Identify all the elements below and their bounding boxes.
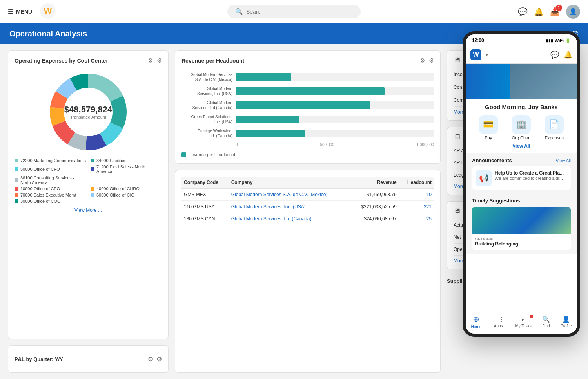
- cell-headcount[interactable]: 221: [399, 201, 434, 213]
- mobile-nav-apps[interactable]: ⋮⋮ Apps: [492, 316, 505, 328]
- battery-icon: 🔋: [565, 38, 571, 43]
- timely-content: OPTIONAL Building Belonging: [472, 234, 571, 250]
- announcements-section: Announcements View All 📢 Help Us to Crea…: [466, 153, 577, 194]
- search-input[interactable]: [246, 9, 348, 15]
- message-icon[interactable]: 💬: [518, 7, 528, 16]
- announcements-view-all[interactable]: View All: [556, 158, 571, 163]
- bar-legend-dot: [181, 152, 186, 157]
- mobile-bottom-nav: ⊕ Home ⋮⋮ Apps ✓ My Tasks 🔍 Find 👤 Profi…: [466, 311, 577, 334]
- mobile-app-expand-icon[interactable]: ▼: [485, 52, 489, 58]
- mobile-bell-icon[interactable]: 🔔: [564, 51, 572, 59]
- filter-icon[interactable]: ⚙: [148, 57, 153, 64]
- inbox-icon[interactable]: 📥 1: [550, 7, 560, 16]
- legend-dot: [91, 159, 94, 162]
- company-link[interactable]: Global Modern Services, Ltd (Canada): [231, 216, 312, 222]
- bar-chart-card: Revenue per Headcount ⚙ ⚙ Global Modern …: [175, 50, 441, 164]
- mobile-view-all-link[interactable]: View All: [472, 143, 571, 149]
- revenue-table: Company Code Company Revenue Headcount G…: [181, 177, 434, 225]
- cell-company[interactable]: Global Modern Services, Inc. (USA): [229, 201, 351, 213]
- legend-label: 30000 Office of COO: [20, 199, 61, 204]
- find-icon: 🔍: [542, 316, 550, 323]
- mobile-nav-find[interactable]: 🔍 Find: [542, 316, 550, 328]
- legend-item: 60000 Office of CIO: [91, 193, 162, 197]
- bar-chart-title: Revenue per Headcount: [181, 58, 244, 64]
- bar-label: Green Planet Solutions,Inc. (USA): [181, 114, 232, 125]
- mobile-message-icon[interactable]: 💬: [550, 51, 559, 59]
- bar-legend-label: Revenue per Headcount: [189, 152, 235, 157]
- bar-label: Global Modern ServicesS.A. de C.V. (Mexi…: [181, 72, 232, 82]
- legend-item: 10000 Office of CEO: [15, 186, 86, 191]
- top-navigation: ☰ MENU W 🔍 💬 🔔 📥 1 👤: [0, 0, 588, 23]
- axis-label: 0: [236, 143, 238, 147]
- mobile-action-pay[interactable]: 💳 Pay: [479, 115, 498, 140]
- bar-row: Global Modern ServicesS.A. de C.V. (Mexi…: [181, 72, 434, 82]
- menu-button[interactable]: ☰ MENU: [8, 9, 32, 15]
- legend-label: 10000 Office of CEO: [20, 186, 60, 191]
- search-bar[interactable]: 🔍: [227, 5, 361, 18]
- nav-icon-group: 💬 🔔 📥 1 👤: [518, 5, 580, 19]
- donut-legend: 72200 Marketing Communications 34000 Fac…: [15, 158, 162, 204]
- bell-icon[interactable]: 🔔: [534, 7, 544, 16]
- cell-company[interactable]: Global Modern Services S.A. de C.V. (Mex…: [229, 189, 351, 201]
- announcement-item[interactable]: 📢 Help Us to Create a Great Pla... We ar…: [472, 166, 571, 190]
- settings-icon-3[interactable]: ⚙: [156, 356, 162, 363]
- settings-icon-2[interactable]: ⚙: [156, 57, 162, 64]
- operating-expenses-card: Operating Expenses by Cost Center ⚙ ⚙: [8, 50, 169, 339]
- revenue-table-card: Company Code Company Revenue Headcount G…: [175, 170, 441, 373]
- legend-dot: [91, 193, 94, 197]
- user-avatar[interactable]: 👤: [566, 5, 580, 19]
- mobile-app-bar: W ▼ 💬 🔔: [466, 46, 577, 64]
- tasks-icon: ✓: [521, 316, 526, 323]
- mobile-nav-home[interactable]: ⊕ Home: [471, 314, 482, 329]
- orgchart-icon-container: 🏢: [512, 115, 531, 134]
- pl-toolbar: ⚙ ⚙: [148, 356, 162, 363]
- mobile-app-icons: 💬 🔔: [550, 51, 572, 59]
- page-title: Operational Analysis: [9, 29, 87, 38]
- orgchart-label: Org Chart: [512, 135, 531, 140]
- legend-label: 34000 Facilities: [96, 158, 126, 163]
- cell-company[interactable]: Global Modern Services, Ltd (Canada): [229, 213, 351, 225]
- timely-card[interactable]: OPTIONAL Building Belonging: [472, 207, 571, 250]
- bar-row: Global ModernServices, Inc. (USA): [181, 86, 434, 96]
- col-company: Company: [229, 177, 351, 189]
- table-row: GMS MEX Global Modern Services S.A. de C…: [181, 189, 434, 201]
- announcements-title: Announcements: [472, 157, 512, 163]
- timely-tag: OPTIONAL: [475, 237, 568, 241]
- table-row: 130 GMS CAN Global Modern Services, Ltd …: [181, 213, 434, 225]
- mobile-nav-tasks[interactable]: ✓ My Tasks: [515, 316, 532, 328]
- apps-nav-label: Apps: [494, 324, 503, 328]
- mobile-nav-profile[interactable]: 👤 Profile: [561, 316, 572, 328]
- col-headcount: Headcount: [399, 177, 434, 189]
- bar-track: [236, 87, 434, 95]
- apps-icon: ⋮⋮: [492, 316, 505, 323]
- legend-label: 50000 Office of CFO: [20, 167, 60, 171]
- legend-dot: [91, 167, 94, 171]
- bar-row: Prestige Worldwide,Ltd. (Canada): [181, 128, 434, 139]
- bar-fill: [236, 101, 370, 109]
- cell-headcount[interactable]: 10: [399, 189, 434, 201]
- timely-image: [472, 207, 571, 234]
- search-icon: 🔍: [235, 8, 243, 15]
- menu-label: MENU: [16, 9, 32, 15]
- settings-icon-4[interactable]: ⚙: [428, 57, 434, 64]
- mobile-action-expenses[interactable]: 📄 Expenses: [545, 115, 564, 140]
- announcement-title: Help Us to Create a Great Pla...: [495, 170, 564, 176]
- income-statement-icon: 🖥: [454, 207, 461, 215]
- view-more-link[interactable]: View More ...: [15, 208, 162, 213]
- company-link[interactable]: Global Modern Services, Inc. (USA): [231, 204, 306, 209]
- cell-headcount[interactable]: 25: [399, 213, 434, 225]
- announcement-image: 📢: [476, 170, 492, 186]
- home-icon: ⊕: [473, 314, 479, 324]
- mobile-action-orgchart[interactable]: 🏢 Org Chart: [512, 115, 531, 140]
- filter-icon-2[interactable]: ⚙: [148, 356, 153, 363]
- col-company-code: Company Code: [181, 177, 229, 189]
- filter-icon-3[interactable]: ⚙: [420, 57, 425, 64]
- donut-amount: $48,579,824: [64, 105, 112, 115]
- table-header-row: Company Code Company Revenue Headcount: [181, 177, 434, 189]
- table-row: 110 GMS USA Global Modern Services, Inc.…: [181, 201, 434, 213]
- company-link[interactable]: Global Modern Services S.A. de C.V. (Mex…: [231, 192, 328, 197]
- bar-fill: [236, 73, 291, 81]
- bar-chart-toolbar: ⚙ ⚙: [420, 57, 434, 64]
- bar-track: [236, 101, 434, 109]
- bar-fill: [236, 87, 385, 95]
